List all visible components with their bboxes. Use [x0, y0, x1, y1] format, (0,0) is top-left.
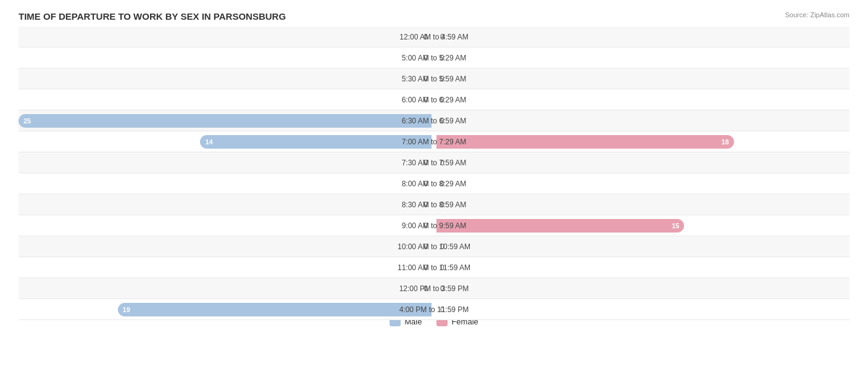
right-half: 0: [434, 173, 849, 194]
female-zero-label: 0: [436, 75, 444, 83]
male-zero-label: 0: [424, 159, 432, 167]
chart-container: TIME OF DEPARTURE TO WORK BY SEX IN PARS…: [0, 0, 868, 367]
right-half: 0: [434, 47, 849, 68]
left-half: 0: [19, 152, 434, 173]
table-row: 147:00 AM to 7:29 AM18: [19, 131, 849, 152]
male-bar-value: 25: [23, 117, 31, 125]
male-bar: 25: [19, 114, 432, 128]
female-zero-label: 0: [436, 117, 444, 125]
left-half: 0: [19, 278, 434, 299]
left-half: 0: [19, 215, 434, 236]
table-row: 07:30 AM to 7:59 AM0: [19, 152, 849, 173]
right-half: 0: [434, 299, 849, 320]
female-bar-value: 15: [672, 222, 679, 229]
male-bar: 19: [118, 303, 432, 316]
left-half: 0: [19, 68, 434, 89]
female-bar: 15: [436, 219, 684, 233]
left-half: 0: [19, 89, 434, 110]
right-half: 0: [434, 68, 849, 89]
female-zero-label: 0: [436, 96, 444, 104]
female-zero-label: 0: [436, 284, 444, 293]
left-half: 14: [19, 131, 434, 152]
female-zero-label: 0: [436, 33, 444, 41]
left-half: 0: [19, 236, 434, 257]
female-zero-label: 0: [436, 263, 444, 272]
left-half: 25: [19, 110, 434, 131]
table-row: 010:00 AM to 10:59 AM0: [19, 236, 849, 257]
table-row: 08:30 AM to 8:59 AM0: [19, 194, 849, 215]
male-zero-label: 0: [424, 96, 432, 104]
table-row: 08:00 AM to 8:29 AM0: [19, 173, 849, 194]
male-bar: 14: [200, 135, 432, 149]
right-half: 0: [434, 27, 849, 47]
male-bar-value: 14: [205, 138, 212, 146]
left-half: 19: [19, 299, 434, 320]
right-half: 0: [434, 257, 849, 278]
male-zero-label: 0: [424, 200, 432, 209]
table-row: 05:30 AM to 5:59 AM0: [19, 68, 849, 89]
right-half: 0: [434, 152, 849, 173]
left-half: 0: [19, 27, 434, 47]
male-zero-label: 0: [424, 75, 432, 83]
female-zero-label: 0: [436, 54, 444, 62]
left-half: 0: [19, 194, 434, 215]
male-zero-label: 0: [424, 284, 432, 293]
female-bar-value: 18: [721, 138, 728, 146]
male-zero-label: 0: [424, 33, 432, 41]
table-row: 194:00 PM to 11:59 PM0: [19, 299, 849, 320]
female-zero-label: 0: [436, 242, 444, 251]
right-half: 18: [434, 131, 849, 152]
male-zero-label: 0: [424, 242, 432, 251]
male-zero-label: 0: [424, 54, 432, 62]
male-zero-label: 0: [424, 221, 432, 230]
female-zero-label: 0: [436, 179, 444, 188]
male-zero-label: 0: [424, 179, 432, 188]
chart-title: TIME OF DEPARTURE TO WORK BY SEX IN PARS…: [19, 11, 849, 22]
table-row: 09:00 AM to 9:59 AM15: [19, 215, 849, 236]
right-half: 0: [434, 278, 849, 299]
right-half: 0: [434, 110, 849, 131]
right-half: 0: [434, 236, 849, 257]
right-half: 15: [434, 215, 849, 236]
left-half: 0: [19, 47, 434, 68]
table-row: 05:00 AM to 5:29 AM0: [19, 47, 849, 68]
male-bar-value: 19: [123, 306, 130, 313]
right-half: 0: [434, 194, 849, 215]
table-row: 06:00 AM to 6:29 AM0: [19, 89, 849, 110]
table-row: 011:00 AM to 11:59 AM0: [19, 257, 849, 278]
male-zero-label: 0: [424, 263, 432, 272]
left-half: 0: [19, 257, 434, 278]
source-text: Source: ZipAtlas.com: [785, 11, 849, 19]
female-zero-label: 0: [436, 159, 444, 167]
left-half: 0: [19, 173, 434, 194]
female-zero-label: 0: [436, 200, 444, 209]
female-bar: 18: [436, 135, 734, 149]
table-row: 012:00 PM to 3:59 PM0: [19, 278, 849, 299]
table-row: 012:00 AM to 4:59 AM0: [19, 27, 849, 47]
chart-area: 012:00 AM to 4:59 AM005:00 AM to 5:29 AM…: [19, 27, 849, 308]
female-zero-label: 0: [436, 305, 444, 314]
right-half: 0: [434, 89, 849, 110]
table-row: 256:30 AM to 6:59 AM0: [19, 110, 849, 131]
